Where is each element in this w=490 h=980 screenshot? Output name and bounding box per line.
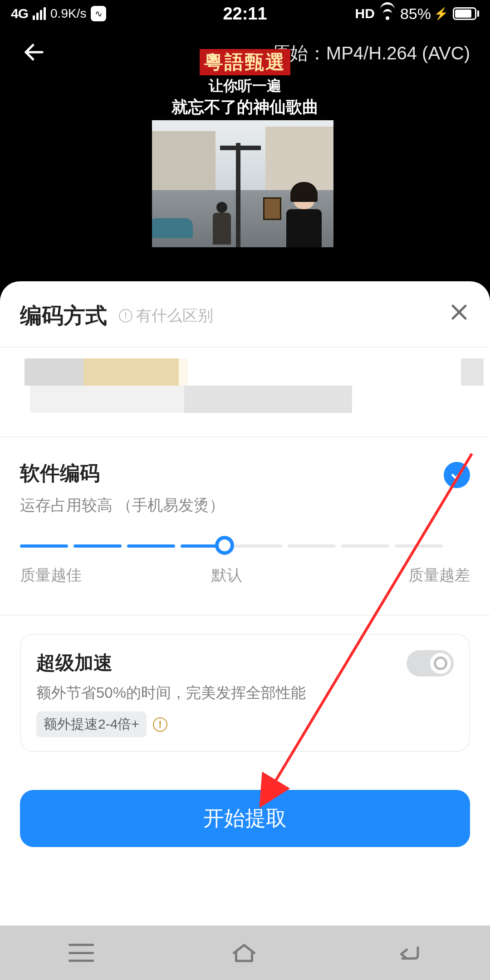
help-link[interactable]: ! 有什么区别 — [119, 305, 213, 326]
boost-desc: 额外节省50%的时间，完美发挥全部性能 — [36, 683, 454, 703]
wifi-icon — [379, 7, 396, 20]
charging-icon: ⚡ — [434, 7, 448, 21]
encoding-sheet: 编码方式 ! 有什么区别 软件编码 运存占用较高 （手机易发烫） — [0, 281, 490, 980]
info-icon: ! — [119, 309, 132, 323]
video-subtitle-1: 让你听一遍 — [152, 76, 338, 96]
home-button[interactable] — [230, 941, 258, 965]
slider-mid-label: 默认 — [211, 565, 242, 586]
video-preview-area: 原始：MP4/H.264 (AVC) 粵語甄選 让你听一遍 就忘不了的神仙歌曲 — [0, 27, 490, 281]
encoding-title: 软件编码 — [20, 460, 470, 487]
clock: 22:11 — [223, 4, 267, 24]
encoding-desc: 运存占用较高 （手机易发烫） — [20, 495, 470, 516]
hd-label: HD — [355, 6, 375, 21]
boost-badge: 额外提速2-4倍+ — [36, 711, 147, 737]
recent-apps-button[interactable] — [69, 944, 94, 962]
boost-title: 超级加速 — [36, 650, 454, 676]
software-encoding-option[interactable]: 软件编码 运存占用较高 （手机易发烫） — [0, 437, 490, 529]
censored-options-row — [0, 347, 490, 437]
video-thumbnail[interactable]: 粵語甄選 让你听一遍 就忘不了的神仙歌曲 — [152, 49, 338, 247]
start-extract-label: 开始提取 — [203, 804, 287, 833]
divider — [0, 615, 490, 616]
video-subtitle-2: 就忘不了的神仙歌曲 — [152, 96, 338, 118]
slider-left-label: 质量越佳 — [20, 565, 82, 586]
status-bar: 4G 0.9K/s ∿ 22:11 HD 85% ⚡ — [0, 0, 490, 27]
sheet-title: 编码方式 — [20, 301, 107, 330]
sync-icon: ∿ — [91, 6, 106, 21]
system-nav-bar — [0, 926, 490, 980]
warning-icon[interactable]: ! — [153, 717, 167, 732]
net-speed: 0.9K/s — [50, 6, 86, 21]
selected-check-icon — [444, 462, 470, 488]
thumbnail-image — [152, 120, 333, 247]
boost-toggle[interactable] — [407, 650, 454, 676]
signal-bars-icon — [33, 7, 46, 20]
start-extract-button[interactable]: 开始提取 — [20, 790, 470, 847]
battery-pct: 85% — [400, 5, 431, 23]
slider-handle[interactable] — [215, 536, 234, 555]
video-banner: 粵語甄選 — [200, 49, 290, 75]
slider-right-label: 质量越差 — [408, 565, 470, 586]
back-button[interactable] — [22, 40, 46, 66]
super-boost-card: 超级加速 额外节省50%的时间，完美发挥全部性能 额外提速2-4倍+ ! — [20, 634, 470, 752]
help-text: 有什么区别 — [136, 305, 213, 326]
battery-icon — [453, 7, 479, 20]
quality-slider[interactable]: 质量越佳 默认 质量越差 — [0, 529, 490, 595]
network-type: 4G — [11, 6, 28, 21]
back-nav-button[interactable] — [394, 942, 421, 964]
close-button[interactable] — [448, 301, 470, 325]
